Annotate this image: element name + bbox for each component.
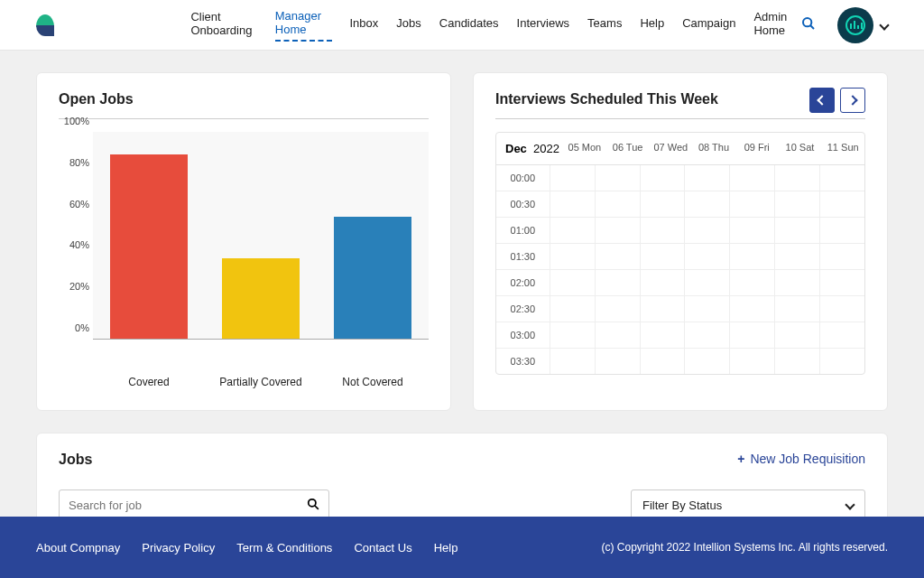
- user-menu[interactable]: [837, 7, 888, 43]
- calendar-cell[interactable]: [730, 270, 775, 295]
- calendar-cell[interactable]: [685, 218, 730, 243]
- calendar-cell[interactable]: [596, 270, 641, 295]
- calendar-cell[interactable]: [641, 218, 686, 243]
- calendar-cell[interactable]: [685, 191, 730, 217]
- nav-help[interactable]: Help: [640, 16, 664, 33]
- nav-inbox[interactable]: Inbox: [350, 16, 379, 33]
- y-tick: 100%: [59, 116, 89, 126]
- new-job-requisition-button[interactable]: + New Job Requisition: [737, 452, 865, 466]
- x-label: Not Covered: [317, 376, 429, 388]
- calendar-cell[interactable]: [730, 322, 775, 348]
- jobs-header: Jobs + New Job Requisition: [59, 452, 865, 468]
- footer-link-help[interactable]: Help: [434, 541, 458, 555]
- calendar-cell[interactable]: [550, 218, 596, 243]
- calendar-cell[interactable]: [775, 165, 820, 191]
- calendar-cell[interactable]: [775, 244, 820, 269]
- job-search-input[interactable]: [69, 499, 307, 512]
- calendar-cell[interactable]: [596, 296, 641, 322]
- calendar-cell[interactable]: [596, 191, 641, 217]
- job-search-box[interactable]: [59, 489, 329, 520]
- calendar-cell[interactable]: [775, 270, 820, 295]
- nav-candidates[interactable]: Candidates: [439, 16, 499, 33]
- calendar-cell[interactable]: [730, 349, 775, 374]
- calendar-cell[interactable]: [596, 349, 641, 374]
- main-nav: Client OnboardingManager HomeInboxJobsCa…: [190, 9, 801, 42]
- filter-by-status-select[interactable]: Filter By Status: [631, 489, 865, 520]
- calendar-next-button[interactable]: [840, 88, 865, 113]
- calendar-cell[interactable]: [596, 244, 641, 269]
- calendar-cell[interactable]: [820, 270, 864, 295]
- search-icon[interactable]: [307, 498, 319, 513]
- calendar-cell[interactable]: [550, 270, 596, 295]
- search-icon[interactable]: [801, 16, 816, 33]
- jobs-controls: Filter By Status: [59, 489, 865, 520]
- calendar-cell[interactable]: [820, 322, 864, 348]
- calendar-cell[interactable]: [641, 322, 686, 348]
- calendar-cell[interactable]: [820, 244, 864, 269]
- time-slot-label: 02:30: [496, 296, 550, 322]
- calendar-cell[interactable]: [641, 296, 686, 322]
- calendar-cell[interactable]: [641, 191, 686, 217]
- open-jobs-title: Open Jobs: [59, 91, 429, 107]
- calendar-cell[interactable]: [685, 296, 730, 322]
- calendar-cell[interactable]: [730, 296, 775, 322]
- calendar-cell[interactable]: [550, 244, 596, 269]
- calendar-cell[interactable]: [685, 165, 730, 191]
- nav-jobs[interactable]: Jobs: [396, 16, 420, 33]
- calendar-cell[interactable]: [820, 349, 864, 374]
- calendar-cell[interactable]: [596, 165, 641, 191]
- footer-link-privacy-policy[interactable]: Privacy Policy: [142, 541, 215, 555]
- calendar-cell[interactable]: [775, 218, 820, 243]
- calendar-cell[interactable]: [641, 349, 686, 374]
- calendar-row: 00:30: [496, 191, 864, 218]
- calendar-cell[interactable]: [596, 218, 641, 243]
- calendar-cell[interactable]: [550, 165, 596, 191]
- calendar-cell[interactable]: [685, 270, 730, 295]
- calendar-prev-button[interactable]: [809, 88, 835, 113]
- calendar-cell[interactable]: [685, 322, 730, 348]
- calendar-cell[interactable]: [820, 191, 864, 217]
- calendar-cell[interactable]: [550, 349, 596, 374]
- calendar-nav: [809, 88, 865, 113]
- calendar-cell[interactable]: [641, 244, 686, 269]
- calendar-cell[interactable]: [730, 218, 775, 243]
- calendar-cell[interactable]: [596, 322, 641, 348]
- calendar-cell[interactable]: [730, 165, 775, 191]
- calendar-cell[interactable]: [730, 191, 775, 217]
- calendar-cell[interactable]: [730, 244, 775, 269]
- calendar-cell[interactable]: [550, 322, 596, 348]
- calendar-cell[interactable]: [685, 244, 730, 269]
- calendar-header-row: Dec 202205 Mon06 Tue07 Wed08 Thu09 Fri10…: [496, 133, 864, 165]
- calendar-cell[interactable]: [775, 296, 820, 322]
- calendar-cell[interactable]: [820, 218, 864, 243]
- calendar-cell[interactable]: [775, 191, 820, 217]
- chart-x-labels: CoveredPartially CoveredNot Covered: [93, 376, 429, 388]
- footer-link-term-conditions[interactable]: Term & Conditions: [236, 541, 332, 555]
- dashboard-row: Open Jobs 0%20%40%60%80%100% CoveredPart…: [0, 51, 924, 411]
- brand-logo: [36, 14, 55, 36]
- calendar-cell[interactable]: [820, 165, 864, 191]
- nav-client-onboarding[interactable]: Client Onboarding: [190, 10, 256, 41]
- calendar-cell[interactable]: [775, 322, 820, 348]
- y-tick: 20%: [59, 281, 89, 292]
- calendar-row: 00:00: [496, 165, 864, 191]
- nav-campaign[interactable]: Campaign: [682, 16, 735, 33]
- chevron-down-icon: [845, 499, 855, 509]
- calendar-cell[interactable]: [641, 270, 686, 295]
- footer-link-contact-us[interactable]: Contact Us: [354, 541, 411, 555]
- calendar-cell[interactable]: [641, 165, 686, 191]
- calendar-cell[interactable]: [775, 349, 820, 374]
- calendar-cell[interactable]: [550, 191, 596, 217]
- nav-interviews[interactable]: Interviews: [517, 16, 570, 33]
- y-tick: 40%: [59, 239, 89, 250]
- footer-link-about-compnay[interactable]: About Compnay: [36, 541, 120, 555]
- interviews-card: Interviews Scheduled This Week Dec 20220…: [473, 72, 888, 411]
- calendar-cell[interactable]: [550, 296, 596, 322]
- calendar-cell[interactable]: [820, 296, 864, 322]
- new-job-requisition-label: New Job Requisition: [750, 452, 865, 466]
- nav-manager-home[interactable]: Manager Home: [275, 9, 332, 42]
- nav-teams[interactable]: Teams: [587, 16, 622, 33]
- chevron-down-icon: [879, 20, 889, 30]
- calendar-cell[interactable]: [685, 349, 730, 374]
- nav-admin-home[interactable]: Admin Home: [753, 10, 801, 41]
